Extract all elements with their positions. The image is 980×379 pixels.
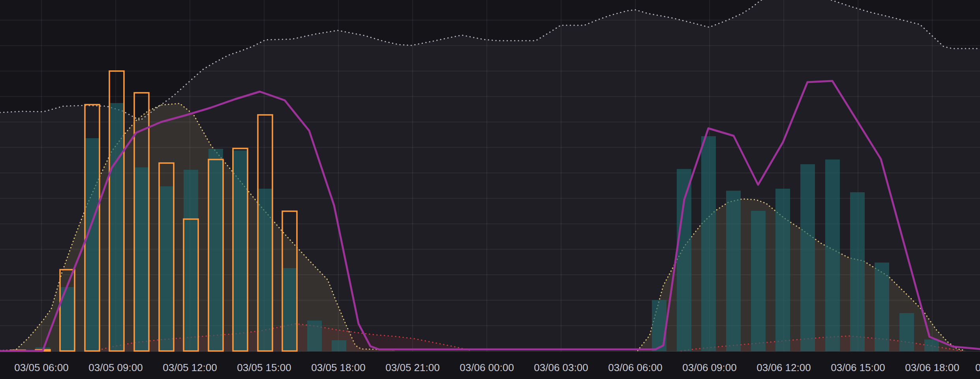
bar [109, 103, 124, 351]
x-axis-label: 03/05 21:00 [385, 362, 439, 373]
bar [282, 268, 297, 351]
x-axis-label: 03/06 15:00 [831, 362, 885, 373]
x-axis-label: 03/05 06:00 [14, 362, 68, 373]
bar [332, 340, 346, 351]
x-axis-label: 03/06 03:00 [534, 362, 588, 373]
x-axis-label: 03/05 12:00 [163, 362, 217, 373]
bar [825, 159, 840, 351]
x-axis-label-partial: 0 [975, 362, 980, 373]
bar [924, 340, 939, 351]
bar [875, 263, 889, 351]
bar [701, 136, 716, 351]
bar [751, 211, 766, 351]
bar [159, 186, 174, 351]
bar [850, 192, 865, 351]
x-axis-label: 03/05 09:00 [88, 362, 143, 373]
bar [677, 169, 691, 351]
bar [208, 149, 223, 351]
x-axis-label: 03/06 18:00 [905, 362, 959, 373]
x-axis-labels: 03/05 06:0003/05 09:0003/05 12:0003/05 1… [14, 362, 980, 373]
x-axis-label: 03/06 09:00 [682, 362, 736, 373]
timeseries-panel[interactable]: 03/05 06:0003/05 09:0003/05 12:0003/05 1… [0, 0, 980, 379]
x-axis-label: 03/06 06:00 [608, 362, 662, 373]
bar [899, 313, 914, 351]
x-axis-label: 03/06 12:00 [757, 362, 811, 373]
series-layer [0, 0, 980, 351]
x-axis-label: 03/05 18:00 [311, 362, 365, 373]
bar [85, 138, 100, 351]
bar [233, 150, 248, 351]
timeseries-chart[interactable]: 03/05 06:0003/05 09:0003/05 12:0003/05 1… [0, 0, 980, 379]
x-axis-label: 03/05 15:00 [237, 362, 291, 373]
bar [134, 167, 149, 351]
bar [726, 191, 741, 351]
bar [258, 189, 272, 351]
bar [800, 164, 815, 351]
bar [184, 170, 198, 351]
x-axis-label: 03/06 00:00 [460, 362, 514, 373]
bar [775, 189, 790, 351]
bar [307, 321, 322, 351]
